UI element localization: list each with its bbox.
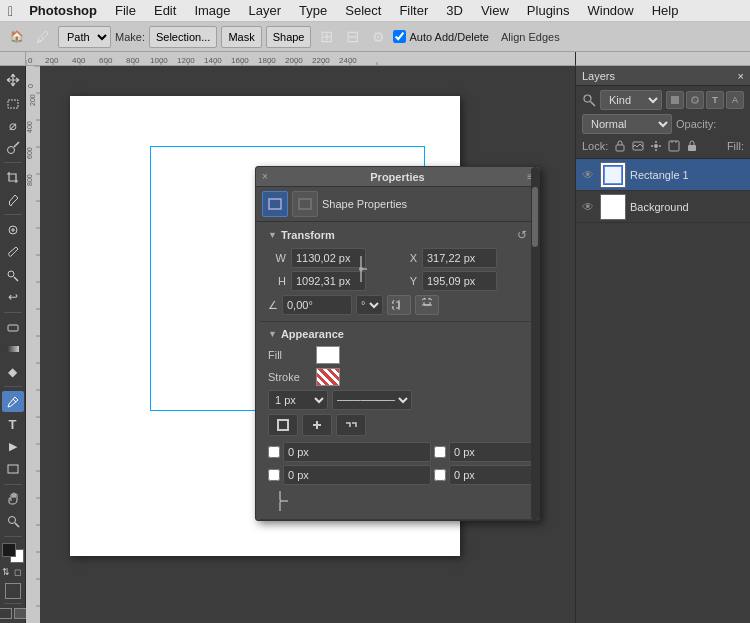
lock-image-icon[interactable] <box>630 138 646 154</box>
pen-options-icon[interactable]: 🖊 <box>32 26 54 48</box>
menu-plugins[interactable]: Plugins <box>519 1 578 20</box>
menu-image[interactable]: Image <box>186 1 238 20</box>
path-type-select[interactable]: Path <box>58 26 111 48</box>
pen-tool[interactable] <box>2 391 24 412</box>
remove-point-icon[interactable]: ⊟ <box>341 26 363 48</box>
clone-stamp-tool[interactable] <box>2 265 24 286</box>
menu-layer[interactable]: Layer <box>241 1 290 20</box>
history-brush-tool[interactable]: ↩ <box>2 287 24 308</box>
svg-rect-70 <box>278 420 288 430</box>
lock-all-icon[interactable] <box>684 138 700 154</box>
path-select-tool[interactable]: ▶ <box>2 436 24 457</box>
zoom-tool[interactable] <box>2 511 24 532</box>
corner-br-input[interactable] <box>449 465 539 485</box>
foreground-background-colors[interactable] <box>2 543 24 564</box>
fill-color-swatch[interactable] <box>316 346 340 364</box>
stroke-cap-dropdown[interactable] <box>302 414 332 436</box>
screen-mode-standard[interactable] <box>0 608 12 619</box>
stroke-color-swatch[interactable] <box>316 368 340 386</box>
auto-add-delete-checkbox[interactable]: Auto Add/Delete <box>393 30 489 43</box>
lasso-tool[interactable]: ⌀ <box>2 115 24 136</box>
lock-artboard-icon[interactable] <box>666 138 682 154</box>
flip-horizontal-button[interactable] <box>387 295 411 315</box>
flip-vertical-button[interactable] <box>415 295 439 315</box>
corner-tl-input[interactable] <box>283 442 431 462</box>
layer-rectangle1[interactable]: 👁 Rectangle 1 <box>576 159 750 191</box>
lock-position-icon[interactable] <box>648 138 664 154</box>
panel-title: Properties <box>370 171 424 183</box>
panel-close-button[interactable]: × <box>262 171 268 182</box>
brush-tool[interactable] <box>2 242 24 263</box>
menu-edit[interactable]: Edit <box>146 1 184 20</box>
selection-button[interactable]: Selection... <box>149 26 217 48</box>
filter-type-icon[interactable]: T <box>706 91 724 109</box>
menu-3d[interactable]: 3D <box>438 1 471 20</box>
crop-tool[interactable] <box>2 167 24 188</box>
filter-adjustment-icon[interactable] <box>686 91 704 109</box>
svg-line-39 <box>15 523 19 527</box>
constrain-proportions-icon[interactable] <box>351 247 371 291</box>
filter-shape-icon[interactable]: A <box>726 91 744 109</box>
text-tool[interactable]: T <box>2 414 24 435</box>
panel-scrollbar[interactable] <box>531 167 539 520</box>
menu-window[interactable]: Window <box>579 1 641 20</box>
blend-mode-select[interactable]: Normal <box>582 114 672 134</box>
menu-view[interactable]: View <box>473 1 517 20</box>
layer-visibility-rectangle1[interactable]: 👁 <box>580 168 596 182</box>
default-colors-icon[interactable]: ◻ <box>14 567 24 577</box>
corner-tl-checkbox[interactable] <box>268 446 280 458</box>
layer-visibility-background[interactable]: 👁 <box>580 200 596 214</box>
menu-type[interactable]: Type <box>291 1 335 20</box>
options-gear-icon[interactable]: ⚙ <box>367 26 389 48</box>
y-input[interactable] <box>422 271 497 291</box>
ruler-corner-right <box>575 52 750 66</box>
corner-bl-checkbox[interactable] <box>268 469 280 481</box>
eyedropper-tool[interactable] <box>2 190 24 211</box>
spot-heal-tool[interactable] <box>2 219 24 240</box>
pixel-tab[interactable] <box>292 191 318 217</box>
filter-pixel-icon[interactable] <box>666 91 684 109</box>
corner-bl-input[interactable] <box>283 465 431 485</box>
corner-tr-checkbox[interactable] <box>434 446 446 458</box>
transform-reset-icon[interactable]: ↺ <box>517 228 527 242</box>
add-point-icon[interactable]: ⊞ <box>315 26 337 48</box>
menu-file[interactable]: File <box>107 1 144 20</box>
blur-tool[interactable]: ◆ <box>2 362 24 383</box>
stroke-align-dropdown[interactable] <box>268 414 298 436</box>
mask-button[interactable]: Mask <box>221 26 261 48</box>
appearance-collapse-arrow[interactable]: ▼ <box>268 329 277 339</box>
layer-name-background: Background <box>630 201 746 213</box>
swap-colors-icon[interactable]: ⇅ <box>2 567 12 577</box>
move-tool[interactable] <box>2 70 24 91</box>
link-corners-icon[interactable] <box>270 489 527 513</box>
shape-tool[interactable] <box>2 459 24 480</box>
quick-mask-button[interactable] <box>5 583 21 599</box>
ruler-h-svg: 0 200 400 600 800 1000 1200 1400 <box>26 52 575 66</box>
hand-tool[interactable] <box>2 489 24 510</box>
rectangular-marquee-tool[interactable] <box>2 93 24 114</box>
x-input[interactable] <box>422 248 497 268</box>
menu-filter[interactable]: Filter <box>391 1 436 20</box>
layer-background[interactable]: 👁 Background <box>576 191 750 223</box>
panel-tabs: Shape Properties <box>256 187 539 222</box>
gradient-tool[interactable] <box>2 339 24 360</box>
layers-close-button[interactable]: × <box>738 70 744 82</box>
shape-properties-tab[interactable] <box>262 191 288 217</box>
eraser-tool[interactable] <box>2 317 24 338</box>
stroke-corner-dropdown[interactable] <box>336 414 366 436</box>
corner-tr-input[interactable] <box>449 442 539 462</box>
menu-select[interactable]: Select <box>337 1 389 20</box>
layer-filter-select[interactable]: Kind <box>600 90 662 110</box>
corner-br-checkbox[interactable] <box>434 469 446 481</box>
lock-transparent-icon[interactable] <box>612 138 628 154</box>
stroke-size-select[interactable]: 1 px <box>268 390 328 410</box>
menu-photoshop[interactable]: Photoshop <box>21 1 105 20</box>
shape-button[interactable]: Shape <box>266 26 312 48</box>
stroke-style-select[interactable]: ───────── <box>332 390 412 410</box>
transform-collapse-arrow[interactable]: ▼ <box>268 230 277 240</box>
quick-select-tool[interactable] <box>2 138 24 159</box>
home-icon[interactable]: 🏠 <box>6 26 28 48</box>
menu-help[interactable]: Help <box>644 1 687 20</box>
angle-input[interactable] <box>282 295 352 315</box>
angle-unit-select[interactable]: ° <box>356 295 383 315</box>
